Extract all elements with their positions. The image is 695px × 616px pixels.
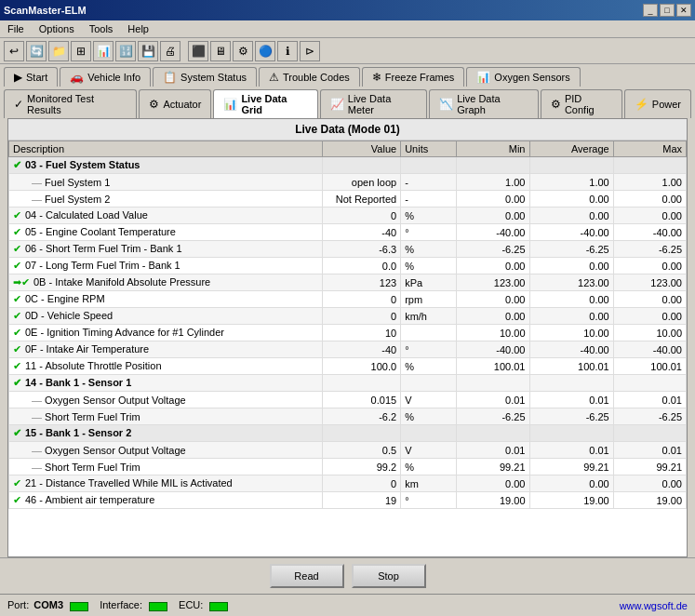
menu-tools[interactable]: Tools (86, 22, 117, 35)
status-icon: ✔ (13, 494, 21, 505)
desc-cell: ✔14 - Bank 1 - Sensor 1 (9, 375, 323, 392)
table-row: ✔21 - Distance Travelled While MIL is Ac… (9, 475, 687, 492)
desc-cell: ✔0E - Ignition Timing Advance for #1 Cyl… (9, 325, 323, 341)
toolbar-btn-4[interactable]: ⊞ (71, 41, 91, 61)
tab-system-status[interactable]: 📋 System Status (153, 67, 257, 87)
table-row: — Short Term Fuel Trim-6.2%-6.25-6.25-6.… (9, 408, 687, 425)
toolbar-btn-2[interactable]: 🔄 (26, 41, 47, 61)
tab-live-data-graph[interactable]: 📉 Live Data Graph (429, 89, 539, 118)
avg-cell: -40.00 (529, 224, 613, 241)
min-cell: 123.00 (457, 275, 529, 291)
toolbar-btn-12[interactable]: 🔵 (255, 41, 275, 61)
toolbar-btn-7[interactable]: 💾 (138, 41, 158, 61)
avg-cell: 0.00 (529, 191, 613, 208)
max-cell: 0.00 (613, 308, 686, 325)
menu-help[interactable]: Help (124, 22, 153, 35)
tab-actuator[interactable]: ⚙ Actuator (139, 89, 211, 118)
maximize-button[interactable]: □ (660, 4, 675, 17)
toolbar-btn-1[interactable]: ↩ (4, 41, 24, 61)
toolbar-btn-10[interactable]: 🖥 (210, 41, 231, 61)
desc-cell: ✔0F - Intake Air Temperature (9, 341, 323, 358)
window-controls[interactable]: _ □ ✕ (643, 4, 691, 17)
toolbar-btn-13[interactable]: ℹ (277, 41, 298, 61)
tab-vehicle-info[interactable]: 🚗 Vehicle Info (60, 67, 151, 87)
stop-button[interactable]: Stop (352, 564, 426, 588)
tab-actuator-label: Actuator (163, 99, 201, 110)
toolbar-btn-14[interactable]: ⊳ (300, 41, 320, 61)
desc-cell: ✔0D - Vehicle Speed (9, 308, 323, 325)
bottom-area: Read Stop (0, 557, 695, 594)
toolbar-btn-6[interactable]: 🔢 (115, 41, 136, 61)
min-cell: -40.00 (457, 341, 529, 358)
desc-cell: ✔06 - Short Term Fuel Trim - Bank 1 (9, 241, 323, 258)
units-cell: % (401, 258, 457, 275)
table-row: ✔11 - Absolute Throttle Position100.0%10… (9, 358, 687, 375)
table-row: ✔15 - Bank 1 - Sensor 2 (9, 425, 687, 442)
min-cell: -40.00 (457, 224, 529, 241)
avg-cell: 0.00 (529, 291, 613, 308)
tab-row-1: ▶ Start 🚗 Vehicle Info 📋 System Status ⚠… (0, 64, 695, 87)
units-cell: ° (401, 492, 457, 509)
tab-oxygen-sensors-label: Oxygen Sensors (494, 72, 569, 83)
units-cell: % (401, 358, 457, 375)
units-cell: % (401, 408, 457, 425)
tab-trouble-codes[interactable]: ⚠ Trouble Codes (259, 67, 360, 87)
toolbar-btn-5[interactable]: 📊 (93, 41, 114, 61)
tab-power[interactable]: ⚡ Power (624, 89, 691, 118)
tab-start-label: Start (26, 72, 47, 83)
avg-cell (529, 375, 613, 392)
table-row: ✔06 - Short Term Fuel Trim - Bank 1-6.3%… (9, 241, 687, 258)
tab-row-2: ✓ Monitored Test Results ⚙ Actuator 📊 Li… (0, 87, 695, 118)
min-cell: 10.00 (457, 325, 529, 341)
tab-monitored-test[interactable]: ✓ Monitored Test Results (4, 89, 137, 118)
col-min: Min (457, 141, 529, 157)
value-cell: -40 (322, 341, 400, 358)
units-cell: kPa (401, 275, 457, 291)
avg-cell: 0.01 (529, 442, 613, 459)
status-icon: ✔ (13, 360, 21, 371)
value-cell: open loop (322, 174, 400, 191)
tab-oxygen-sensors[interactable]: 📊 Oxygen Sensors (466, 67, 580, 87)
menu-options[interactable]: Options (35, 22, 78, 35)
tab-pid-config-label: PID Config (565, 93, 612, 115)
toolbar-btn-3[interactable]: 📁 (48, 41, 69, 61)
units-cell: V (401, 392, 457, 408)
menu-bar: File Options Tools Help (0, 20, 695, 38)
meter-icon: 📈 (330, 98, 344, 111)
menu-file[interactable]: File (4, 22, 28, 35)
data-grid-container[interactable]: Description Value Units Min Average Max … (8, 141, 687, 509)
tab-live-data-grid[interactable]: 📊 Live Data Grid (213, 89, 317, 118)
desc-cell: ✔05 - Engine Coolant Temperature (9, 224, 323, 241)
tab-live-data-grid-label: Live Data Grid (241, 93, 307, 115)
ecu-label: ECU: (179, 599, 228, 610)
units-cell: % (401, 241, 457, 258)
status-icon: ✔ (13, 343, 21, 355)
read-button[interactable]: Read (270, 564, 344, 588)
toolbar-btn-8[interactable]: 🖨 (160, 41, 180, 61)
max-cell (613, 375, 686, 392)
close-button[interactable]: ✕ (676, 4, 691, 17)
min-cell: -6.25 (457, 408, 529, 425)
avg-cell: 19.00 (529, 492, 613, 509)
units-cell: ° (401, 224, 457, 241)
main-content: Live Data (Mode 01) Description Value Un… (7, 118, 688, 557)
tab-freeze-frames[interactable]: ❄ Freeze Frames (362, 67, 465, 87)
min-cell (457, 157, 529, 174)
table-row: ✔07 - Long Term Fuel Trim - Bank 10.0%0.… (9, 258, 687, 275)
minimize-button[interactable]: _ (643, 4, 658, 17)
status-icon: ✔ (13, 243, 21, 254)
system-icon: 📋 (163, 71, 177, 84)
tab-start[interactable]: ▶ Start (4, 67, 58, 87)
tab-power-label: Power (652, 99, 681, 110)
tab-live-data-meter[interactable]: 📈 Live Data Meter (320, 89, 427, 118)
port-value: COM3 (33, 599, 63, 610)
toolbar-btn-9[interactable]: ⬛ (188, 41, 208, 61)
max-cell: -40.00 (613, 224, 686, 241)
min-cell: 0.01 (457, 392, 529, 408)
toolbar-btn-11[interactable]: ⚙ (233, 41, 253, 61)
actuator-icon: ⚙ (149, 98, 159, 111)
units-cell: - (401, 191, 457, 208)
tab-pid-config[interactable]: ⚙ PID Config (541, 89, 622, 118)
tab-vehicle-info-label: Vehicle Info (87, 72, 140, 83)
avg-cell: -6.25 (529, 241, 613, 258)
